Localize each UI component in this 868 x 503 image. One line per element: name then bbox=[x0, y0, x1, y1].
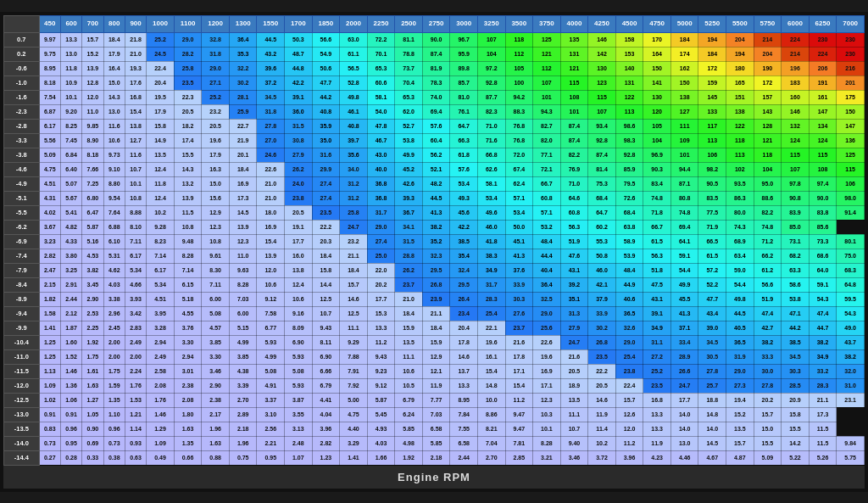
data-cell: 41.8 bbox=[477, 234, 505, 249]
data-cell: 1.41 bbox=[39, 321, 60, 335]
data-cell: 25.2 bbox=[202, 90, 230, 104]
data-cell: 1.60 bbox=[60, 335, 81, 349]
data-cell: 124 bbox=[809, 133, 837, 148]
data-cell: 1.23 bbox=[312, 450, 340, 465]
data-cell: 15.3 bbox=[367, 306, 395, 321]
data-cell: 22.2 bbox=[312, 220, 340, 234]
data-cell: 12.0 bbox=[615, 422, 643, 436]
data-cell: 206 bbox=[809, 61, 837, 75]
data-cell: 11.0 bbox=[82, 104, 103, 119]
data-cell: 44.5 bbox=[726, 306, 754, 321]
data-cell: 146 bbox=[588, 32, 616, 47]
data-cell: 22.2 bbox=[588, 364, 616, 378]
data-cell: 230 bbox=[837, 32, 865, 47]
col-header: 1850 bbox=[312, 15, 340, 32]
data-cell: 12.3 bbox=[229, 234, 257, 249]
data-cell: 43.7 bbox=[837, 335, 865, 349]
data-cell: 4.38 bbox=[229, 364, 257, 378]
data-cell: 2.44 bbox=[60, 292, 81, 306]
data-cell: 4.41 bbox=[312, 393, 340, 407]
data-cell: 18.4 bbox=[422, 321, 450, 335]
data-cell: 4.99 bbox=[257, 349, 285, 364]
data-cell: 30.3 bbox=[505, 292, 533, 306]
data-cell: 53.9 bbox=[615, 249, 643, 263]
data-cell: 104 bbox=[643, 133, 671, 148]
data-cell: 141 bbox=[643, 75, 671, 90]
data-cell: 11.0 bbox=[229, 249, 257, 263]
data-cell: 87.4 bbox=[560, 133, 588, 148]
data-cell: 30.0 bbox=[754, 364, 782, 378]
data-cell: 57.2 bbox=[698, 263, 726, 277]
data-cell: 112 bbox=[505, 47, 533, 61]
data-cell: 38.2 bbox=[809, 335, 837, 349]
data-cell: 36.5 bbox=[615, 306, 643, 321]
data-cell: 31.5 bbox=[395, 234, 423, 249]
data-cell: 0.63 bbox=[125, 450, 146, 465]
data-cell: 14.0 bbox=[670, 407, 698, 422]
table-wrapper: 4506007008009001000110012001300155017001… bbox=[3, 15, 865, 466]
data-cell: 8.21 bbox=[477, 422, 505, 436]
data-cell: 2.90 bbox=[202, 378, 230, 393]
data-cell: 14.8 bbox=[698, 407, 726, 422]
data-cell: 16.3 bbox=[202, 162, 230, 176]
data-cell: 164 bbox=[643, 47, 671, 61]
data-cell: 47.5 bbox=[643, 277, 671, 292]
data-cell: 9.84 bbox=[837, 436, 865, 450]
col-header: 1200 bbox=[202, 15, 230, 32]
data-cell: 5.26 bbox=[809, 450, 837, 465]
table-row: -7.92.473.253.824.625.346.177.148.309.63… bbox=[4, 263, 865, 277]
data-cell: 5.08 bbox=[257, 364, 285, 378]
data-cell: 8.11 bbox=[312, 335, 340, 349]
data-cell: 80.1 bbox=[837, 234, 865, 249]
data-cell: 3.45 bbox=[82, 277, 103, 292]
data-cell: 63.8 bbox=[615, 220, 643, 234]
col-header: 900 bbox=[125, 15, 146, 32]
data-cell: 190 bbox=[754, 61, 782, 75]
data-cell: 32.6 bbox=[615, 321, 643, 335]
data-cell: 9.48 bbox=[174, 234, 202, 249]
data-cell: 12.3 bbox=[533, 393, 561, 407]
data-cell: 157 bbox=[754, 90, 782, 104]
data-cell: 3.42 bbox=[125, 306, 146, 321]
row-label: -12.0 bbox=[4, 378, 40, 393]
col-header: 3000 bbox=[450, 15, 478, 32]
data-cell: 4.62 bbox=[103, 263, 125, 277]
data-cell: 118 bbox=[754, 148, 782, 162]
data-cell: 28.8 bbox=[395, 249, 423, 263]
data-cell: 10.1 bbox=[60, 90, 81, 104]
data-cell: 5.93 bbox=[285, 378, 313, 393]
data-cell: 87.7 bbox=[477, 90, 505, 104]
data-cell: 108 bbox=[560, 90, 588, 104]
data-cell: 19.4 bbox=[726, 393, 754, 407]
data-cell: 2.48 bbox=[285, 436, 313, 450]
col-header: 3500 bbox=[505, 15, 533, 32]
data-cell: 39.1 bbox=[285, 90, 313, 104]
data-cell: 11.5 bbox=[809, 422, 837, 436]
data-cell: 98.6 bbox=[615, 119, 643, 133]
data-cell: 21.0 bbox=[257, 191, 285, 205]
main-container: 4506007008009001000110012001300155017001… bbox=[0, 12, 868, 492]
data-cell: 15.0 bbox=[202, 176, 230, 191]
data-cell: 13.9 bbox=[174, 191, 202, 205]
data-cell: 5.09 bbox=[754, 450, 782, 465]
data-cell: 28.2 bbox=[174, 47, 202, 61]
data-cell: 60.4 bbox=[422, 133, 450, 148]
data-cell: 123 bbox=[588, 75, 616, 90]
data-cell: 94.2 bbox=[505, 90, 533, 104]
data-cell: 24.5 bbox=[147, 47, 175, 61]
data-cell: 127 bbox=[670, 104, 698, 119]
data-cell: 13.5 bbox=[395, 335, 423, 349]
data-cell: 19.1 bbox=[285, 220, 313, 234]
data-cell: 92.8 bbox=[477, 75, 505, 90]
data-cell: 68.4 bbox=[615, 205, 643, 220]
data-cell: 12.3 bbox=[202, 220, 230, 234]
data-cell: 2.12 bbox=[60, 306, 81, 321]
table-row: -8.91.822.442.903.383.934.515.186.007.03… bbox=[4, 292, 865, 306]
data-cell: 27.3 bbox=[726, 378, 754, 393]
data-cell: 0.28 bbox=[60, 450, 81, 465]
data-cell: 6.58 bbox=[422, 422, 450, 436]
data-cell: 39.0 bbox=[698, 321, 726, 335]
data-cell: 59.1 bbox=[670, 249, 698, 263]
data-cell: 14.5 bbox=[229, 205, 257, 220]
data-cell: 3.25 bbox=[60, 263, 81, 277]
